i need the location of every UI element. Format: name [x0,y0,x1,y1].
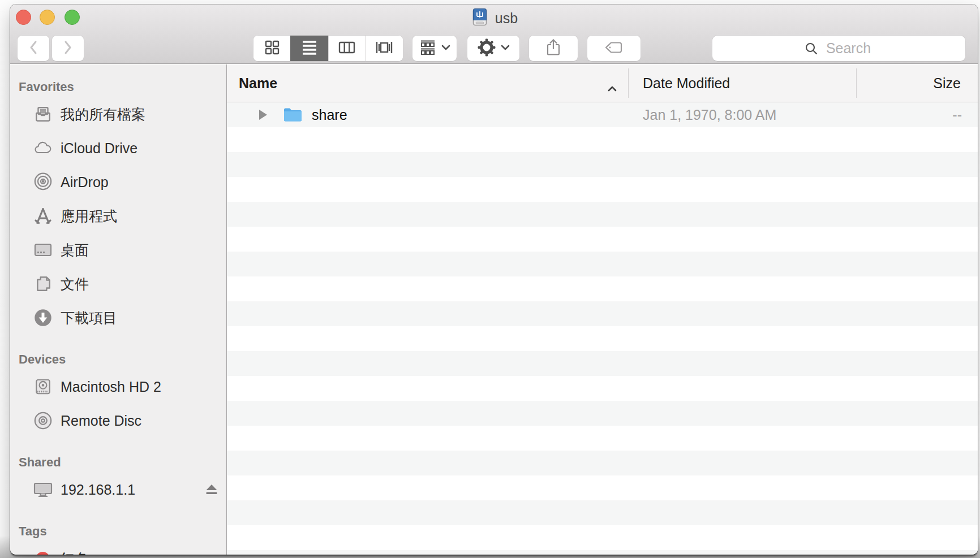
sidebar-item-label: 文件 [61,275,89,293]
coverflow-view-button[interactable] [366,36,403,61]
forward-button[interactable] [51,35,84,62]
sidebar-item-label: 下載項目 [61,309,117,327]
sidebar-item-tag-red[interactable]: 红色 [10,542,226,555]
sidebar: Favorites 我的所有檔案 [10,64,227,555]
search-icon [805,42,818,58]
column-header-name[interactable]: Name [239,64,277,102]
back-button[interactable] [17,35,50,62]
file-name: share [312,107,347,123]
sidebar-item-label: Remote Disc [61,413,141,429]
icon-view-button[interactable] [253,36,290,61]
sidebar-item-desktop[interactable]: 桌面 [10,233,226,267]
hard-drive-icon [32,377,53,397]
icloud-icon [32,138,53,159]
sidebar-item-label: 我的所有檔案 [61,105,145,124]
sidebar-section-favorites: Favorites [10,77,226,97]
file-rows: share Jan 1, 1970, 8:00 AM -- [227,102,978,555]
share-button[interactable] [528,35,578,62]
file-size: -- [952,107,962,123]
sidebar-item-downloads[interactable]: 下載項目 [10,301,226,335]
column-header-size[interactable]: Size [933,64,961,102]
file-list-pane: Name Date Modified Size [227,64,978,555]
tag-icon [604,40,624,58]
all-my-files-icon [32,104,53,125]
search-input[interactable] [712,36,965,61]
disclosure-triangle-icon[interactable] [259,110,267,120]
sidebar-item-icloud-drive[interactable]: iCloud Drive [10,131,226,165]
arrange-button[interactable] [412,35,457,62]
downloads-icon [32,308,53,328]
sidebar-item-192-168-1-1[interactable]: 192.168.1.1 [10,473,226,507]
sidebar-item-documents[interactable]: 文件 [10,267,226,301]
column-divider[interactable] [856,68,857,98]
grid-view-icon [264,39,281,58]
usb-drive-icon [470,7,489,29]
sidebar-section-tags: Tags [10,521,226,542]
search-field [712,35,966,62]
remote-disc-icon [32,410,53,431]
list-view-icon [301,39,318,58]
chevron-down-icon [501,44,510,54]
column-header-date-modified[interactable]: Date Modified [643,64,730,102]
file-date-modified: Jan 1, 1970, 8:00 AM [643,107,776,123]
sidebar-item-label: 红色 [61,550,89,555]
file-row-share[interactable]: share Jan 1, 1970, 8:00 AM -- [227,102,978,127]
folder-icon [283,107,303,123]
chevron-left-icon [28,40,39,58]
gear-icon [478,38,496,59]
sidebar-item-label: 應用程式 [61,207,117,226]
documents-icon [32,274,53,295]
sidebar-item-label: iCloud Drive [61,140,137,157]
coverflow-view-icon [375,39,394,58]
sidebar-item-label: 桌面 [61,241,89,259]
list-header: Name Date Modified Size [227,64,978,102]
applications-icon [32,206,53,227]
tag-button[interactable] [587,35,641,62]
sort-ascending-icon [607,79,617,96]
view-switcher [253,35,403,62]
airdrop-icon [32,172,53,193]
chevron-down-icon [441,44,450,54]
arrange-group-icon [419,39,436,58]
action-menu-button[interactable] [467,35,520,62]
window-title: usb [495,10,518,27]
sidebar-item-applications[interactable]: 應用程式 [10,199,226,233]
share-icon [545,38,562,59]
sidebar-item-label: AirDrop [61,174,109,191]
title-bar: usb [10,5,978,64]
sidebar-item-label: 192.168.1.1 [61,482,135,498]
sidebar-item-macintosh-hd-2[interactable]: Macintosh HD 2 [10,370,226,404]
red-tag-icon [32,548,53,555]
window-title-group: usb [10,5,978,32]
desktop-icon [32,240,53,261]
sidebar-section-devices: Devices [10,349,226,370]
shared-computer-icon [32,479,53,500]
sidebar-item-airdrop[interactable]: AirDrop [10,165,226,199]
sidebar-item-label: Macintosh HD 2 [61,379,161,395]
list-view-button[interactable] [290,36,328,61]
sidebar-item-remote-disc[interactable]: Remote Disc [10,404,226,438]
eject-button[interactable] [204,483,219,496]
column-view-icon [338,39,356,58]
column-divider[interactable] [628,68,629,98]
chevron-right-icon [62,40,74,58]
sidebar-section-shared: Shared [10,452,226,473]
column-view-button[interactable] [328,36,366,61]
sidebar-item-all-my-files[interactable]: 我的所有檔案 [10,97,226,131]
finder-window: usb [10,5,978,555]
